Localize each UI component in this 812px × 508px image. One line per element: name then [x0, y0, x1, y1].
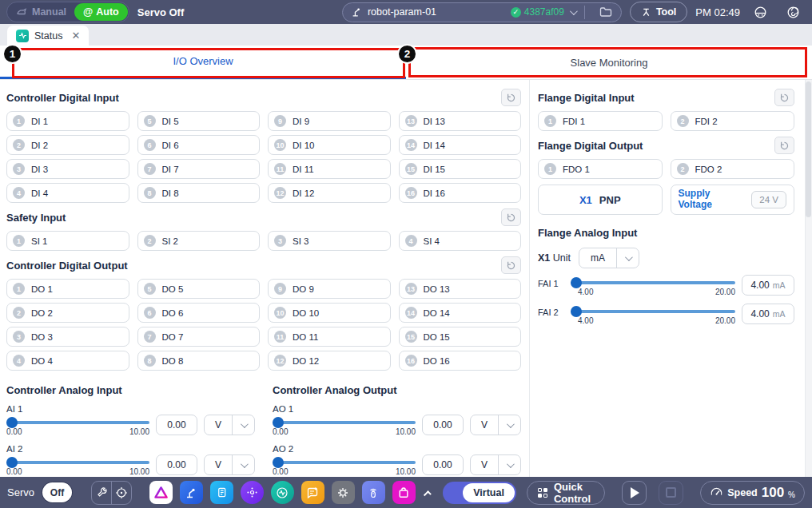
doc-app-icon[interactable] [210, 481, 233, 504]
fdi-reset-button[interactable] [774, 89, 794, 106]
ao2-value-field[interactable]: 0.00 [422, 454, 464, 475]
io-card-do-10[interactable]: 10DO 10 [268, 303, 391, 323]
io-card-di-13[interactable]: 13DI 13 [399, 111, 522, 131]
ai1-unit-select[interactable]: V [204, 415, 255, 435]
vertical-scrollbar[interactable] [805, 80, 812, 477]
io-card-di-11[interactable]: 11DI 11 [268, 159, 391, 179]
chevron-up-icon[interactable] [424, 490, 432, 498]
chat-app-icon[interactable] [301, 481, 324, 504]
io-card-do-5[interactable]: 5DO 5 [137, 279, 261, 299]
ai2-unit-select[interactable]: V [204, 454, 255, 475]
io-card-do-11[interactable]: 11DO 11 [268, 327, 391, 347]
io-card-do-12[interactable]: 12DO 12 [268, 351, 391, 371]
si-reset-button[interactable] [501, 208, 521, 226]
spiral-icon[interactable] [781, 6, 806, 19]
mode-toggle[interactable]: Manual @ Auto [6, 2, 129, 22]
remote-app-icon[interactable] [362, 481, 385, 504]
jog-app-icon[interactable] [241, 481, 264, 504]
io-card-si-2[interactable]: 2SI 2 [137, 231, 261, 251]
chevron-down-icon[interactable] [232, 415, 254, 435]
io-card-di-7[interactable]: 7DI 7 [137, 159, 261, 179]
io-card-si-4[interactable]: 4SI 4 [399, 231, 522, 251]
cdi-reset-button[interactable] [501, 89, 521, 106]
mode-virtual-toggle[interactable]: Virtual [443, 482, 516, 504]
robot-app-icon[interactable] [180, 481, 203, 504]
tab-status[interactable]: Status ✕ [7, 26, 89, 46]
io-card-di-2[interactable]: 2DI 2 [6, 135, 129, 155]
home-app-icon[interactable] [149, 481, 173, 504]
fai1-slider-thumb[interactable] [571, 277, 582, 288]
play-button[interactable] [622, 481, 647, 505]
io-card-di-16[interactable]: 16DI 16 [399, 183, 522, 203]
chevron-down-icon[interactable] [616, 248, 639, 268]
io-card-di-3[interactable]: 3DI 3 [6, 159, 129, 179]
fai1-value-field[interactable]: 4.00 mA [742, 275, 794, 296]
io-card-di-6[interactable]: 6DI 6 [137, 135, 261, 155]
ai1-slider-thumb[interactable] [6, 417, 18, 428]
wrench-button[interactable] [92, 482, 111, 504]
monitor-app-icon[interactable] [271, 481, 294, 504]
fai-unit-select[interactable]: mA [579, 248, 639, 268]
io-card-do-8[interactable]: 8DO 8 [137, 351, 261, 371]
ai2-slider[interactable]: 0.00 10.00 [6, 454, 149, 478]
servo-toggle[interactable]: Off [42, 482, 73, 503]
robot-param-selector[interactable]: robot-param-01 ✓ 4387af09 [342, 2, 622, 22]
ao2-slider[interactable]: 0.00 10.00 [273, 454, 416, 478]
fai1-slider-track[interactable] [571, 281, 735, 284]
ao1-slider[interactable]: 0.00 10.00 [273, 415, 416, 439]
io-card-do-4[interactable]: 4DO 4 [6, 351, 129, 371]
cdo-reset-button[interactable] [501, 256, 521, 274]
ai2-slider-thumb[interactable] [6, 457, 18, 468]
io-card-fdi-1[interactable]: 1FDI 1 [538, 111, 663, 131]
io-card-do-13[interactable]: 13DO 13 [399, 279, 522, 299]
io-card-do-14[interactable]: 14DO 14 [399, 303, 522, 323]
io-card-di-14[interactable]: 14DI 14 [399, 135, 522, 155]
tab-slave-monitoring[interactable]: Slave Monitoring [406, 46, 812, 79]
ai1-slider-track[interactable] [6, 421, 149, 424]
io-card-fdo-2[interactable]: 2FDO 2 [671, 159, 795, 179]
mode-manual-button[interactable]: Manual [8, 6, 74, 18]
io-card-do-7[interactable]: 7DO 7 [137, 327, 261, 347]
close-icon[interactable]: ✕ [71, 30, 80, 41]
io-card-di-10[interactable]: 10DI 10 [268, 135, 391, 155]
ai2-value-field[interactable]: 0.00 [156, 454, 197, 475]
fai2-value-field[interactable]: 4.00 mA [742, 304, 794, 324]
chevron-down-icon[interactable] [570, 7, 578, 15]
ao1-slider-track[interactable] [273, 421, 416, 424]
ai1-value-field[interactable]: 0.00 [156, 415, 197, 435]
robot-head-icon[interactable] [748, 6, 773, 19]
io-card-fdo-1[interactable]: 1FDO 1 [538, 159, 663, 179]
io-card-do-1[interactable]: 1DO 1 [6, 279, 129, 299]
io-card-si-3[interactable]: 3SI 3 [268, 231, 391, 251]
io-card-fdi-2[interactable]: 2FDI 2 [671, 111, 795, 131]
io-card-do-16[interactable]: 16DO 16 [399, 351, 522, 371]
io-card-do-15[interactable]: 15DO 15 [399, 327, 522, 347]
ao1-slider-thumb[interactable] [273, 417, 284, 428]
ai1-slider[interactable]: 0.00 10.00 [6, 415, 149, 439]
ao1-value-field[interactable]: 0.00 [422, 415, 464, 435]
io-card-di-8[interactable]: 8DI 8 [137, 183, 261, 203]
chevron-down-icon[interactable] [498, 415, 520, 435]
io-card-di-9[interactable]: 9DI 9 [268, 111, 391, 131]
scrollbar-thumb[interactable] [806, 81, 811, 217]
servo-toggle-knob[interactable]: Off [42, 482, 72, 502]
ao2-slider-track[interactable] [273, 461, 416, 464]
ai2-slider-track[interactable] [6, 461, 149, 464]
io-card-do-2[interactable]: 2DO 2 [6, 303, 129, 323]
tool-button[interactable]: Tool [630, 2, 687, 22]
fai2-slider[interactable]: 4.00 20.00 [571, 304, 735, 327]
ao2-slider-thumb[interactable] [273, 457, 284, 468]
io-card-do-6[interactable]: 6DO 6 [137, 303, 261, 323]
chevron-down-icon[interactable] [232, 455, 254, 474]
bag-app-icon[interactable] [392, 481, 416, 504]
io-card-si-1[interactable]: 1SI 1 [6, 231, 129, 251]
io-card-di-12[interactable]: 12DI 12 [268, 183, 391, 203]
ao1-unit-select[interactable]: V [470, 415, 521, 435]
io-card-di-15[interactable]: 15DI 15 [399, 159, 522, 179]
gear-app-icon[interactable] [332, 481, 355, 504]
fai2-slider-track[interactable] [571, 310, 735, 313]
chevron-down-icon[interactable] [498, 455, 520, 474]
open-folder-button[interactable] [594, 6, 618, 18]
speed-control[interactable]: Speed 100 % [700, 481, 805, 505]
quick-control-button[interactable]: Quick Control [527, 481, 605, 505]
